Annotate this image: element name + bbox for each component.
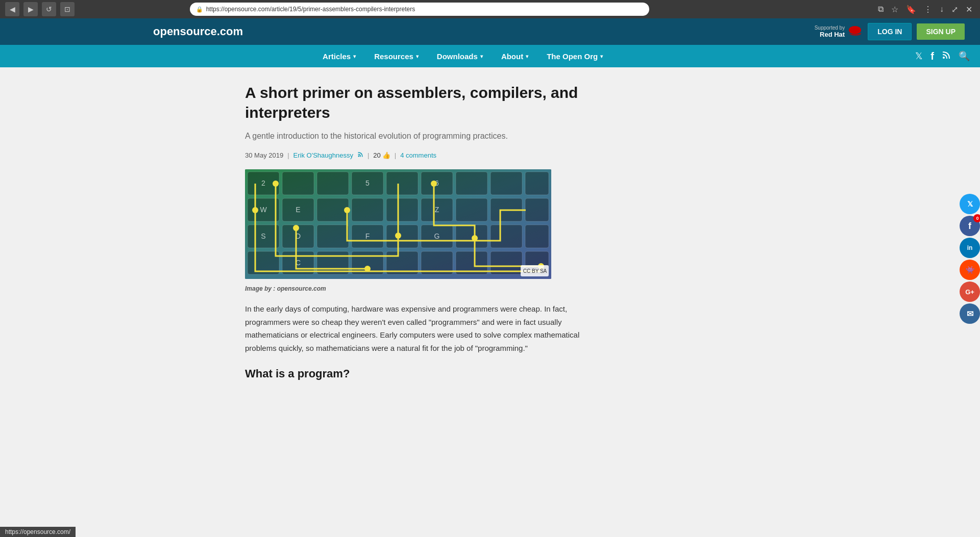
svg-point-55	[472, 235, 478, 241]
article-image: 2 5 6 W E	[245, 169, 551, 279]
nav-item-articles[interactable]: Articles ▾	[313, 45, 365, 67]
reload-button[interactable]: ↺	[42, 2, 56, 16]
article-date: 30 May 2019	[245, 151, 283, 159]
nav-item-downloads[interactable]: Downloads ▾	[428, 45, 492, 67]
tab-icon[interactable]: ⧉	[875, 4, 886, 15]
star-icon[interactable]: ☆	[889, 4, 901, 15]
browser-right-buttons: ⧉ ☆ 🔖 ⋮ ↓ ⤢ ✕	[875, 4, 975, 15]
facebook-nav-icon[interactable]: f	[930, 50, 934, 62]
svg-rect-40	[525, 225, 549, 248]
svg-rect-39	[491, 225, 522, 248]
svg-point-0	[849, 26, 861, 34]
article-subtitle: A gentle introduction to the historical …	[245, 130, 582, 142]
header-right: Supported by Red Hat LOG IN SIGN UP	[815, 23, 965, 40]
svg-rect-15	[525, 172, 549, 195]
url-text: https://opensource.com/article/19/5/prim…	[206, 6, 415, 13]
meta-separator2: |	[368, 151, 369, 159]
twitter-icon: 𝕏	[967, 200, 973, 208]
svg-text:W: W	[260, 206, 267, 214]
svg-rect-38	[456, 225, 487, 248]
author-rss-icon[interactable]	[357, 151, 363, 159]
svg-point-56	[293, 225, 299, 231]
svg-rect-35	[386, 225, 418, 248]
svg-rect-10	[386, 172, 418, 195]
back-button[interactable]: ◀	[5, 2, 19, 16]
chevron-down-icon: ▾	[600, 54, 603, 59]
image-credit-label: Image by :	[245, 285, 275, 292]
chevron-down-icon: ▾	[416, 54, 419, 59]
svg-point-1	[943, 57, 945, 59]
twitter-nav-icon[interactable]: 𝕏	[915, 50, 923, 62]
meta-separator3: |	[395, 151, 396, 159]
forward-button[interactable]: ▶	[23, 2, 38, 16]
article-title: A short primer on assemblers, compilers,…	[245, 83, 582, 122]
svg-point-57	[395, 233, 401, 239]
article-meta: 30 May 2019 | Erik O'Shaughnessy | 20 👍 …	[245, 151, 582, 159]
comments-link[interactable]: 4 comments	[400, 151, 436, 159]
meta-separator: |	[287, 151, 289, 159]
search-icon[interactable]: 🔍	[959, 50, 970, 62]
login-button[interactable]: LOG IN	[868, 23, 912, 40]
site-logo[interactable]: opensource.com	[10, 25, 815, 38]
image-credit-source: opensource.com	[277, 285, 326, 292]
email-icon: ✉	[967, 309, 973, 319]
nav-item-resources[interactable]: Resources ▾	[365, 45, 428, 67]
svg-rect-32	[317, 225, 349, 248]
url-bar[interactable]: 🔒 https://opensource.com/article/19/5/pr…	[190, 3, 649, 16]
nav-item-about[interactable]: About ▾	[492, 45, 537, 67]
svg-text:CC BY SA: CC BY SA	[523, 268, 547, 274]
twitter-share-button[interactable]: 𝕏	[960, 194, 980, 214]
svg-text:2: 2	[261, 179, 265, 187]
page-content: A short primer on assemblers, compilers,…	[0, 67, 980, 396]
redhat-logo: Supported by Red Hat	[815, 24, 863, 39]
svg-rect-27	[525, 198, 549, 221]
svg-point-52	[273, 181, 279, 187]
facebook-share-button[interactable]: f 0	[960, 216, 980, 236]
site-navigation: Articles ▾ Resources ▾ Downloads ▾ About…	[0, 45, 980, 67]
chevron-down-icon: ▾	[526, 54, 528, 59]
nav-right-icons: 𝕏 f 🔍	[915, 50, 970, 62]
svg-rect-22	[386, 198, 418, 221]
svg-text:Z: Z	[435, 206, 439, 214]
reddit-share-button[interactable]: 👾	[960, 260, 980, 280]
rss-nav-icon[interactable]	[942, 50, 951, 62]
svg-point-53	[344, 207, 350, 213]
lock-icon: 🔒	[196, 6, 203, 13]
home-button[interactable]: ⊡	[60, 2, 75, 16]
svg-point-59	[364, 266, 371, 272]
linkedin-icon: in	[967, 244, 973, 251]
svg-rect-7	[317, 172, 349, 195]
svg-point-2	[358, 156, 359, 157]
facebook-icon: f	[968, 221, 971, 232]
bookmark-icon[interactable]: 🔖	[903, 4, 919, 15]
email-share-button[interactable]: ✉	[960, 303, 980, 324]
reddit-icon: 👾	[966, 266, 974, 274]
close-icon[interactable]: ✕	[963, 4, 975, 15]
article-container: A short primer on assemblers, compilers,…	[235, 83, 592, 380]
svg-rect-21	[352, 198, 383, 221]
svg-rect-25	[456, 198, 487, 221]
nav-item-openorg[interactable]: The Open Org ▾	[537, 45, 612, 67]
status-bar: https://opensource.com/	[0, 527, 76, 537]
redhat-name: Red Hat	[820, 31, 845, 38]
googleplus-share-button[interactable]: G+	[960, 282, 980, 302]
svg-point-54	[431, 181, 437, 187]
linkedin-share-button[interactable]: in	[960, 238, 980, 258]
menu-icon[interactable]: ⋮	[921, 4, 935, 15]
svg-rect-13	[456, 172, 487, 195]
image-credit: Image by : opensource.com	[245, 285, 582, 292]
fullscreen-icon[interactable]: ⤢	[949, 4, 961, 15]
chevron-down-icon: ▾	[480, 54, 483, 59]
facebook-count-badge: 0	[973, 214, 980, 222]
svg-point-51	[252, 207, 258, 213]
keyboard-svg: 2 5 6 W E	[245, 169, 551, 279]
author-link[interactable]: Erik O'Shaughnessy	[293, 151, 353, 159]
svg-text:S: S	[261, 232, 265, 240]
signup-button[interactable]: SIGN UP	[917, 23, 965, 40]
download-icon[interactable]: ↓	[937, 4, 946, 15]
svg-text:G: G	[434, 232, 440, 240]
thumbsup-icon[interactable]: 👍	[382, 151, 390, 159]
svg-text:F: F	[365, 232, 370, 240]
social-sidebar: 𝕏 f 0 in 👾 G+ ✉	[960, 194, 980, 324]
googleplus-icon: G+	[965, 288, 974, 296]
